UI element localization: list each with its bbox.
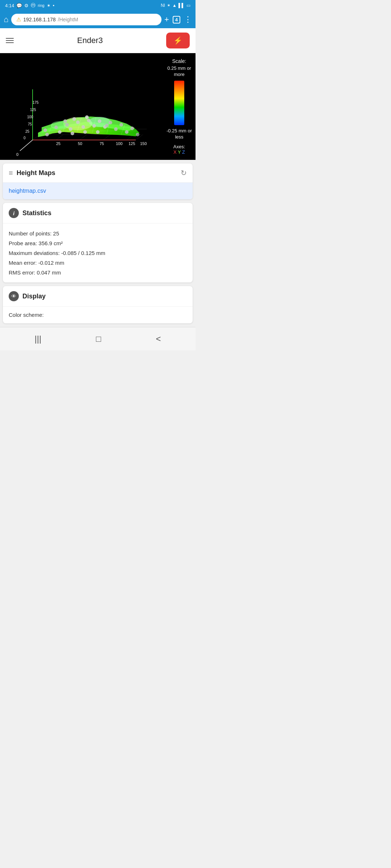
nav-home-button[interactable]: □ bbox=[89, 332, 109, 346]
scale-label: Scale: bbox=[172, 58, 186, 64]
power-icon: ⚡ bbox=[173, 36, 182, 45]
viz-legend: Scale: 0.25 mm or more -0.25 mm or less … bbox=[163, 53, 196, 160]
list-icon: ≡ bbox=[9, 169, 13, 177]
svg-point-47 bbox=[72, 117, 76, 121]
battery-icon: ▭ bbox=[186, 3, 190, 8]
axes-label: Axes: X Y Z bbox=[173, 144, 185, 155]
stat-mean-error: Mean error: -0.012 mm bbox=[9, 258, 187, 268]
url-ip: 192.168.1.178 bbox=[23, 17, 56, 22]
browser-bar: ⌂ ⚠ 192.168.1.178 /HeightM + 4 ⋮ bbox=[0, 11, 196, 28]
height-maps-header: ≡ Height Maps ↻ bbox=[3, 163, 193, 183]
url-bar[interactable]: ⚠ 192.168.1.178 /HeightM bbox=[11, 14, 161, 25]
statistics-title: Statistics bbox=[22, 209, 51, 217]
statistics-header-left: i Statistics bbox=[9, 208, 51, 218]
height-maps-title: Height Maps bbox=[17, 169, 55, 177]
svg-text:75: 75 bbox=[100, 141, 104, 146]
nav-back-button[interactable]: < bbox=[149, 332, 168, 346]
browser-home-icon[interactable]: ⌂ bbox=[4, 15, 8, 24]
info-icon: i bbox=[9, 208, 19, 218]
svg-point-41 bbox=[114, 127, 118, 131]
axis-y-label: Y bbox=[178, 149, 181, 155]
svg-point-49 bbox=[63, 119, 67, 123]
svg-point-50 bbox=[105, 124, 109, 127]
svg-text:75: 75 bbox=[28, 122, 32, 126]
svg-point-32 bbox=[109, 121, 112, 124]
svg-point-37 bbox=[69, 127, 72, 131]
axis-z-label: Z bbox=[182, 149, 185, 155]
svg-text:50: 50 bbox=[78, 141, 82, 146]
bottom-nav: ||| □ < bbox=[0, 327, 196, 350]
height-maps-card: ≡ Height Maps ↻ heightmap.csv bbox=[3, 163, 193, 199]
svg-point-39 bbox=[92, 124, 96, 128]
svg-text:125: 125 bbox=[129, 141, 135, 146]
svg-point-34 bbox=[130, 127, 134, 130]
status-right: NI ✶ ▲ ▌▌ ▭ bbox=[161, 3, 190, 8]
messenger-icon: ⓜ bbox=[31, 2, 35, 9]
svg-point-46 bbox=[96, 130, 100, 134]
bluetooth-icon: ✶ bbox=[47, 3, 51, 8]
stat-max-deviations: Maximum deviations: -0.085 / 0.125 mm bbox=[9, 248, 187, 258]
svg-point-26 bbox=[43, 128, 47, 132]
color-gradient-bar bbox=[174, 81, 184, 125]
svg-text:25: 25 bbox=[25, 129, 30, 133]
status-bar: 4:14 💬 ⚙ ⓜ ring ✶ • NI ✶ ▲ ▌▌ ▭ bbox=[0, 0, 196, 11]
url-path: /HeightM bbox=[58, 17, 78, 22]
nfc-icon: NI bbox=[161, 3, 165, 8]
svg-point-27 bbox=[54, 125, 58, 129]
display-title: Display bbox=[22, 293, 46, 300]
axis-x-label: X bbox=[173, 149, 177, 155]
status-time: 4:14 bbox=[5, 3, 14, 8]
scale-top-value: 0.25 mm or more bbox=[166, 65, 193, 78]
svg-text:175: 175 bbox=[33, 101, 39, 105]
wifi-icon: ▲ bbox=[172, 3, 177, 8]
menu-button[interactable] bbox=[6, 38, 14, 43]
stat-probe-area: Probe area: 356.9 cm² bbox=[9, 238, 187, 248]
heightmap-file-item[interactable]: heightmap.csv bbox=[3, 183, 193, 199]
browser-more-icon[interactable]: ⋮ bbox=[184, 15, 192, 24]
display-header: 👁 Display bbox=[3, 286, 193, 307]
visualization-container: 0 25 50 75 100 125 150 0 25 75 100 125 1… bbox=[0, 53, 196, 160]
refresh-button[interactable]: ↻ bbox=[181, 169, 187, 177]
statistics-card: i Statistics Number of points: 25 Probe … bbox=[3, 203, 193, 282]
heightmap-svg: 0 25 50 75 100 125 150 0 25 75 100 125 1… bbox=[0, 53, 163, 160]
svg-text:100: 100 bbox=[27, 115, 33, 119]
3d-canvas[interactable]: 0 25 50 75 100 125 150 0 25 75 100 125 1… bbox=[0, 53, 163, 160]
svg-point-31 bbox=[98, 119, 101, 123]
signal-icon: ▌▌ bbox=[178, 3, 185, 8]
svg-text:150: 150 bbox=[140, 141, 147, 146]
statistics-content: Number of points: 25 Probe area: 356.9 c… bbox=[3, 224, 193, 282]
svg-text:100: 100 bbox=[116, 141, 122, 146]
add-tab-button[interactable]: + bbox=[164, 15, 169, 24]
url-warning-icon: ⚠ bbox=[16, 16, 21, 23]
scale-bottom-value: -0.25 mm or less bbox=[166, 128, 193, 140]
axes-text: Axes: bbox=[173, 144, 185, 149]
svg-point-38 bbox=[81, 125, 85, 129]
display-content: Color scheme: bbox=[3, 307, 193, 323]
svg-text:0: 0 bbox=[16, 152, 18, 157]
color-scheme-label: Color scheme: bbox=[9, 312, 44, 318]
app-header: Ender3 ⚡ bbox=[0, 28, 196, 53]
power-button[interactable]: ⚡ bbox=[166, 33, 190, 48]
status-left: 4:14 💬 ⚙ ⓜ ring ✶ • bbox=[5, 2, 54, 9]
svg-point-33 bbox=[119, 123, 123, 127]
bluetooth2-icon: ✶ bbox=[167, 3, 171, 8]
chat-icon: 💬 bbox=[16, 3, 22, 8]
svg-point-36 bbox=[58, 130, 62, 134]
settings-icon: ⚙ bbox=[24, 3, 29, 8]
stat-rms-error: RMS error: 0.047 mm bbox=[9, 268, 187, 277]
dot-icon: • bbox=[53, 3, 55, 8]
svg-text:125: 125 bbox=[30, 108, 36, 112]
svg-point-29 bbox=[76, 120, 80, 124]
ring-icon: ring bbox=[38, 3, 44, 8]
nav-menu-button[interactable]: ||| bbox=[27, 332, 49, 346]
svg-point-28 bbox=[65, 123, 69, 127]
statistics-header: i Statistics bbox=[3, 203, 193, 224]
heightmap-filename: heightmap.csv bbox=[9, 188, 46, 194]
svg-point-44 bbox=[71, 132, 74, 135]
tab-count[interactable]: 4 bbox=[173, 16, 180, 24]
display-card: 👁 Display Color scheme: bbox=[3, 286, 193, 323]
browser-actions: + 4 ⋮ bbox=[164, 15, 192, 24]
display-header-left: 👁 Display bbox=[9, 291, 46, 301]
svg-point-30 bbox=[87, 119, 91, 122]
svg-point-42 bbox=[125, 130, 129, 134]
